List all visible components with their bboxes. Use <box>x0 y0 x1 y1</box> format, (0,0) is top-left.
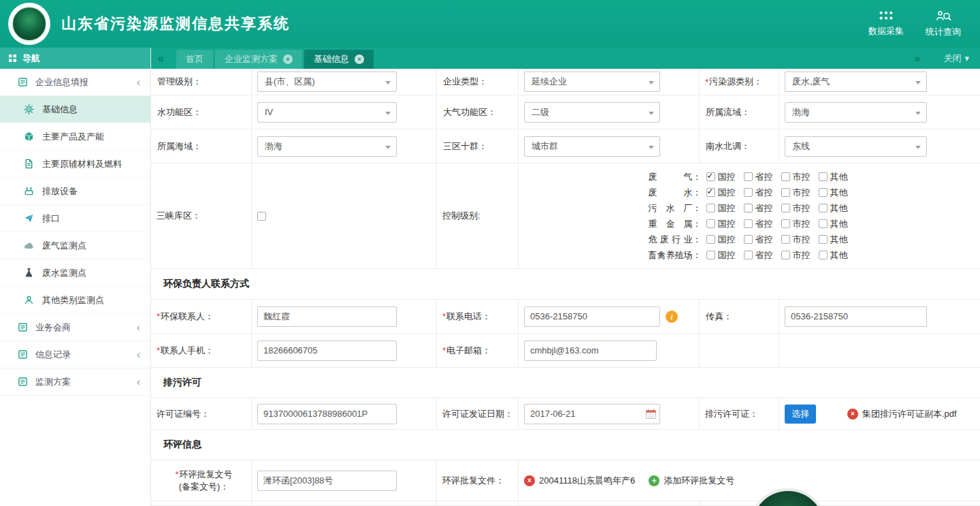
control-checkbox-option[interactable]: 国控 <box>706 218 736 230</box>
sidebar-item-outlet[interactable]: 排口 <box>0 205 150 232</box>
checkbox[interactable] <box>744 219 753 228</box>
control-checkbox-option[interactable]: 其他 <box>819 218 848 230</box>
delete-icon[interactable]: × <box>847 409 858 420</box>
add-icon[interactable]: + <box>649 475 659 486</box>
control-checkbox-option[interactable]: 市控 <box>781 249 811 262</box>
sidebar-item-emission-equipment[interactable]: 排放设备 <box>0 178 150 205</box>
checkbox[interactable] <box>819 172 828 181</box>
management-level-select[interactable]: 县(市、区属) <box>257 72 397 92</box>
sidebar-group-business-consultation[interactable]: 业务会商 ‹ <box>0 314 150 341</box>
permit-number-input[interactable] <box>257 404 397 424</box>
checkbox[interactable] <box>781 172 790 181</box>
checkbox[interactable] <box>744 172 753 181</box>
info-icon[interactable]: i <box>666 311 678 323</box>
pollution-source-category-select[interactable]: 废水,废气 <box>785 72 927 92</box>
checkbox[interactable] <box>781 204 790 212</box>
eia-number-input[interactable] <box>257 471 397 491</box>
control-checkbox-option[interactable]: 省控 <box>744 171 773 183</box>
south-to-north-water-select[interactable]: 东线 <box>785 136 927 157</box>
water-function-zone-select[interactable]: IV <box>257 102 397 123</box>
checkbox[interactable] <box>819 251 828 259</box>
checkbox[interactable] <box>819 235 828 244</box>
control-checkbox-option[interactable]: 市控 <box>781 234 811 246</box>
control-checkbox-option[interactable]: 其他 <box>819 202 848 215</box>
add-eia-number-link[interactable]: 添加环评批复文号 <box>664 475 734 487</box>
sidebar-group-enterprise-info[interactable]: 企业信息填报 ‹ <box>0 69 150 96</box>
permit-date-input[interactable] <box>524 404 660 424</box>
tabs-scroll-left-icon[interactable]: « <box>151 52 171 65</box>
env-contact-person-input[interactable] <box>257 306 397 327</box>
email-input[interactable] <box>524 341 657 361</box>
control-checkbox-option[interactable]: 其他 <box>819 171 848 183</box>
control-checkbox-option[interactable]: 国控 <box>706 249 736 262</box>
three-gorges-checkbox[interactable] <box>257 212 266 221</box>
sidebar-item-waste-water-points[interactable]: 废水监测点 <box>0 259 150 287</box>
control-checkbox-option[interactable]: 省控 <box>744 202 773 215</box>
checkbox[interactable] <box>819 219 828 228</box>
calendar-icon[interactable] <box>646 409 656 419</box>
control-checkbox-option[interactable]: 国控 <box>706 171 736 183</box>
checkbox[interactable] <box>819 204 828 212</box>
control-checkbox-option[interactable]: 市控 <box>781 202 811 215</box>
control-checkbox-option[interactable]: 其他 <box>819 187 848 199</box>
control-checkbox-option[interactable]: 其他 <box>819 234 848 246</box>
control-checkbox-option[interactable]: 市控 <box>781 171 811 183</box>
tab-close-icon[interactable]: × <box>355 54 364 64</box>
sidebar-item-basic-info[interactable]: 基础信息 <box>0 96 150 123</box>
checkbox[interactable] <box>819 188 828 197</box>
sidebar-item-main-products[interactable]: 主要产品及产能 <box>0 123 150 151</box>
river-basin-select[interactable]: 渤海 <box>785 102 927 123</box>
checkbox[interactable] <box>744 188 753 197</box>
close-menu-button[interactable]: 关闭 ▾ <box>943 52 969 65</box>
checkbox[interactable] <box>781 251 790 259</box>
data-collection-button[interactable]: 数据采集 <box>868 10 904 38</box>
eia-file-name[interactable]: 20041118山东晨鸣年产6 <box>539 475 635 487</box>
three-zones-ten-clusters-select[interactable]: 城市群 <box>524 136 660 157</box>
mobile-input[interactable] <box>257 341 397 361</box>
checkbox[interactable] <box>706 251 715 259</box>
contact-phone-input[interactable] <box>524 306 660 327</box>
control-checkbox-option[interactable]: 国控 <box>706 234 736 246</box>
sidebar-group-information-records[interactable]: 信息记录 ‹ <box>0 341 150 368</box>
checkbox[interactable] <box>706 204 715 212</box>
tab-home[interactable]: 首页 <box>176 50 213 69</box>
permit-file-name[interactable]: 集团排污许可证副本.pdf <box>862 408 957 420</box>
control-checkbox-option[interactable]: 市控 <box>781 187 811 199</box>
control-checkbox-option[interactable]: 国控 <box>706 202 736 215</box>
checkbox[interactable] <box>781 219 790 228</box>
checkbox[interactable] <box>781 235 790 244</box>
nav-grid-icon <box>9 54 16 62</box>
checkbox[interactable] <box>744 235 753 244</box>
tab-enterprise-monitoring-plan[interactable]: 企业监测方案 × <box>215 50 302 69</box>
checkbox[interactable] <box>706 172 715 181</box>
control-checkbox-option[interactable]: 省控 <box>744 249 773 262</box>
sidebar-item-waste-gas-points[interactable]: 废气监测点 <box>0 232 150 259</box>
checkbox[interactable] <box>744 251 753 259</box>
sidebar-group-monitoring-plan[interactable]: 监测方案 ‹ <box>0 368 150 396</box>
checkbox[interactable] <box>781 188 790 197</box>
select-file-button[interactable]: 选择 <box>785 405 816 424</box>
statistics-query-button[interactable]: 统计查询 <box>926 10 961 38</box>
control-checkbox-option[interactable]: 省控 <box>744 218 773 230</box>
checkbox[interactable] <box>706 235 715 244</box>
checkbox[interactable] <box>744 204 753 212</box>
tab-basic-info[interactable]: 基础信息 × <box>304 50 374 69</box>
air-function-zone-select[interactable]: 二级 <box>524 102 660 123</box>
control-checkbox-option[interactable]: 市控 <box>781 218 811 230</box>
control-checkbox-option[interactable]: 省控 <box>744 234 773 246</box>
permit-number-label: 许可证编号： <box>151 398 252 429</box>
sidebar-item-other-monitoring-points[interactable]: 其他类别监测点 <box>0 287 150 314</box>
sidebar-item-raw-materials-fuel[interactable]: 主要原辅材料及燃料 <box>0 151 150 178</box>
control-checkbox-option[interactable]: 省控 <box>744 187 773 199</box>
fax-input[interactable] <box>785 306 927 327</box>
control-checkbox-option[interactable]: 其他 <box>819 249 848 262</box>
enterprise-type-select[interactable]: 延续企业 <box>524 72 660 92</box>
delete-icon[interactable]: × <box>524 475 535 486</box>
sea-area-select[interactable]: 渤海 <box>257 136 397 157</box>
tab-close-icon[interactable]: × <box>283 54 293 64</box>
tabs-scroll-right-icon[interactable]: » <box>908 52 928 65</box>
checkbox-label: 省控 <box>755 234 773 246</box>
checkbox[interactable] <box>706 188 715 197</box>
control-checkbox-option[interactable]: 国控 <box>706 187 736 199</box>
checkbox[interactable] <box>706 219 715 228</box>
